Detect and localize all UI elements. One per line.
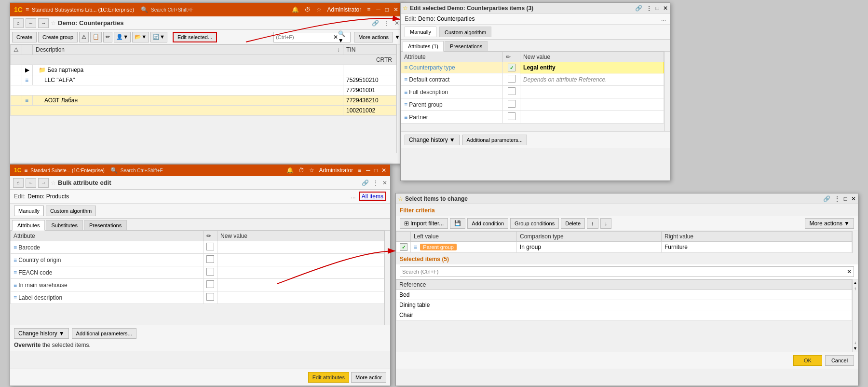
search-input-1[interactable] [276,34,333,40]
edit-ellipsis-2[interactable]: ... [661,15,666,22]
icon-btn-1d[interactable]: 👤▼ [114,32,131,42]
table-row[interactable]: ≡ Counterparty type ✓ Legal entity [401,62,664,73]
back-btn-3[interactable]: ← [26,178,36,188]
create-group-btn[interactable]: Create group [38,32,78,42]
scrollbar-3[interactable] [384,231,390,325]
star-icon-1[interactable]: ☆ [316,6,322,13]
attr3-check-5[interactable] [203,291,217,304]
table-row[interactable]: ≡ АОЗТ Лабан 7729436210 [11,96,396,106]
close-btn-1[interactable]: ✕ [393,6,398,13]
custom-algorithm-tab-3[interactable]: Custom algorithm [46,206,96,216]
items-scrollbar[interactable]: ▲ ↑ ↓ ▼ [852,279,858,352]
list-item[interactable]: Bed [396,290,852,300]
close-btn-2[interactable]: ✕ [663,5,668,12]
change-history-btn-3[interactable]: Change history ▼ [14,328,69,339]
maximize-btn-2[interactable]: □ [656,5,659,12]
save-filter-icon-btn[interactable]: 💾 [450,218,465,229]
attr-check-5[interactable] [503,111,520,124]
attr3-check-2[interactable] [203,254,217,266]
additional-params-btn-3[interactable]: Additional parameters... [72,328,136,339]
all-items-link[interactable]: All items [359,192,386,201]
tab-substitutes-3[interactable]: Substitutes [46,220,82,230]
search-icon-3[interactable]: 🔍 [110,167,118,174]
scroll-up-sm-btn[interactable]: ↑ [854,286,856,291]
import-filter-btn[interactable]: ⊞ Import filter... [400,218,448,229]
forward-btn-3[interactable]: → [38,178,49,188]
manually-tab-2[interactable]: Manually [405,27,436,37]
tab-presentations-2[interactable]: Presentations [445,41,488,51]
additional-params-btn-2[interactable]: Additional parameters... [462,135,527,145]
icon-btn-1a[interactable]: ⚠ [79,32,89,42]
close-btn-4[interactable]: ✕ [851,195,856,202]
search-box-1[interactable]: ✕ 🔍▼ [273,32,351,42]
delete-btn-4[interactable]: Delete [561,218,585,229]
table-row[interactable]: ≡ Label description [11,291,384,304]
scrollbar-4a[interactable] [852,231,858,253]
more-vert-icon-1[interactable]: ⋮ [384,20,390,27]
col-description[interactable]: Description ↓ [33,45,343,55]
star-tab-icon-1[interactable]: ☆ [51,20,56,27]
more-actions-arrow-1[interactable]: ▼ [394,34,400,41]
search-placeholder-1[interactable]: Search Ctrl+Shift+F [151,7,193,13]
table-row[interactable]: ▶ 📁 Без партнера [11,65,396,75]
filter-row[interactable]: ✓ ≡ Parent group In group Furniture [396,242,852,253]
link-icon-1[interactable]: 🔗 [372,20,379,27]
settings-icon-1[interactable]: ≡ [367,6,370,13]
table-row[interactable]: ≡ LLC "ALFA" 7529510210 [11,75,396,85]
table-row[interactable]: ≡ Country of origin [11,254,384,266]
move-down-btn-4[interactable]: ↓ [600,218,612,229]
link-icon-4[interactable]: 🔗 [823,195,830,202]
close-window-btn-1[interactable]: ✕ [394,20,399,27]
min-btn-3[interactable]: ─ [366,167,370,174]
col-left-4[interactable]: Left value [411,232,517,242]
star-icon-3[interactable]: ☆ [309,167,314,174]
tab-attributes-3[interactable]: Attributes [12,220,45,231]
history-icon-3[interactable]: ⏱ [298,167,304,174]
menu-icon-3[interactable]: ≡ [24,167,27,174]
more-actions-btn-3[interactable]: More actior [351,372,386,383]
attr-check-1[interactable]: ✓ [503,62,520,73]
manually-tab-3[interactable]: Manually [14,206,44,216]
col-comparison-4[interactable]: Comparison type [517,232,662,242]
close-btn-3[interactable]: ✕ [381,167,386,174]
attr3-check-4[interactable] [203,279,217,291]
scroll-down-sm-btn[interactable]: ↓ [854,340,856,345]
items-search-clear[interactable]: ✕ [847,268,852,275]
list-item[interactable]: Chair [396,310,852,320]
table-row[interactable]: ≡ Default contract Depends on attribute … [401,73,664,86]
col-right-4[interactable]: Right value [662,232,852,242]
edit-selected-btn[interactable]: Edit selected... [173,32,217,42]
list-item[interactable]: Dining table [396,300,852,310]
table-row[interactable]: ≡ Parent group [401,98,664,111]
forward-btn-1[interactable]: → [38,18,49,28]
custom-algorithm-tab-2[interactable]: Custom algorithm [439,27,491,37]
group-conditions-btn[interactable]: Group conditions [510,218,559,229]
max-btn-3[interactable]: □ [374,167,378,174]
star-icon-4[interactable]: ☆ [398,195,403,202]
star-tab-icon-3[interactable]: ☆ [51,180,56,186]
icon-btn-1b[interactable]: 📋 [90,32,102,42]
col-tin[interactable]: TIN [343,45,396,55]
more-vert-icon-2[interactable]: ⋮ [646,5,652,12]
link-icon-2[interactable]: 🔗 [635,5,642,12]
attr3-check-1[interactable] [203,241,217,254]
table-row[interactable]: ≡ Barcode [11,241,384,254]
close-window-btn-3[interactable]: ✕ [382,180,387,186]
home-btn-1[interactable]: ⌂ [13,18,24,28]
more-actions-btn-1[interactable]: More actions [354,32,393,42]
more-vert-icon-3[interactable]: ⋮ [373,180,379,186]
attr3-check-3[interactable] [203,266,217,279]
icon-btn-1e[interactable]: 📂▼ [132,32,149,42]
more-vert-icon-4[interactable]: ⋮ [834,195,840,202]
edit-attributes-btn[interactable]: Edit attributes [308,372,349,383]
table-row[interactable]: 772901001 [11,85,396,96]
settings-icon-3[interactable]: ≡ [358,167,361,174]
history-icon-1[interactable]: ⏱ [305,6,311,13]
more-actions-btn-4[interactable]: More actions ▼ [805,218,854,229]
ok-btn-4[interactable]: OK [793,355,822,366]
star-icon-2[interactable]: ☆ [403,5,408,12]
table-row[interactable]: ≡ FEACN code [11,266,384,279]
icon-btn-1f[interactable]: 🔄▼ [150,32,167,42]
tab-presentations-3[interactable]: Presentations [84,220,127,230]
bell-icon-1[interactable]: 🔔 [292,6,299,13]
